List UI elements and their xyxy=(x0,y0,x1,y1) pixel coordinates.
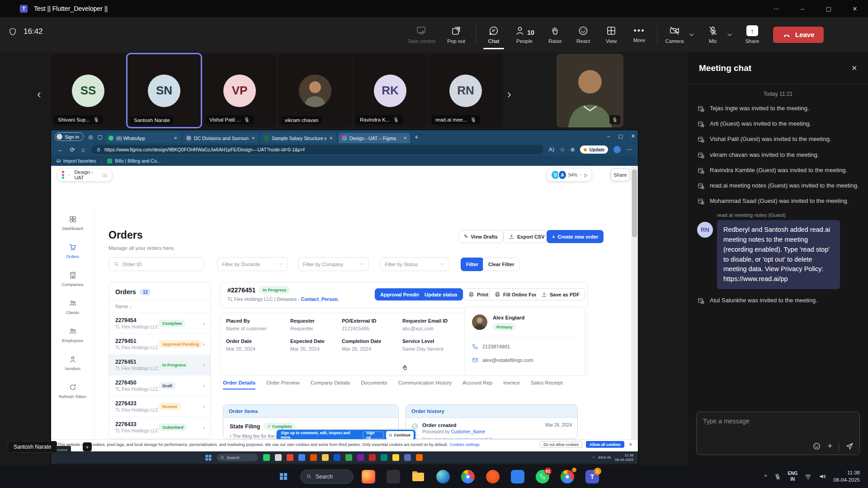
scrollbar-thumb[interactable] xyxy=(632,169,637,237)
collections-icon[interactable]: ⊕ xyxy=(570,146,575,153)
camera-options-chevron[interactable] xyxy=(688,31,695,38)
page-scrollbar[interactable] xyxy=(631,166,638,439)
order-row[interactable]: 2279454TL Flex Holdings LLC Complete › xyxy=(109,313,210,334)
start-icon[interactable] xyxy=(206,455,211,460)
taskbar-app-icon[interactable] xyxy=(322,454,329,461)
start-button[interactable] xyxy=(277,470,290,483)
contact-phone[interactable]: 2123874901 xyxy=(482,344,510,349)
browser-minimize-button[interactable]: – xyxy=(607,133,610,139)
window-close-button[interactable]: ✕ xyxy=(842,0,868,17)
tab-company-details[interactable]: Company Details xyxy=(311,380,350,389)
save-as-pdf-button[interactable]: Save as PDF xyxy=(536,288,585,300)
tab-close-icon[interactable]: ✕ xyxy=(403,136,407,141)
browser-update-button[interactable]: Update xyxy=(580,145,608,154)
order-row[interactable]: 2276433TL Flex Holdings LLC Review › xyxy=(109,396,210,417)
clear-filter-button[interactable]: Clear Filter xyxy=(483,258,519,271)
taskbar-app-icon[interactable] xyxy=(416,454,423,461)
present-icon[interactable]: ▷ xyxy=(584,173,588,178)
pop-out-button[interactable]: Pop out xyxy=(440,25,472,44)
read-aloud-icon[interactable]: A⟩ xyxy=(549,146,555,153)
browser-tab-whatsapp[interactable]: (6) WhatsApp✕ xyxy=(105,133,180,143)
tab-close-icon[interactable]: ✕ xyxy=(174,136,177,141)
figma-view-controls[interactable]: S A 94% ▷ xyxy=(547,169,591,181)
raise-hand-button[interactable]: Raise xyxy=(541,25,569,44)
self-video-tile[interactable] xyxy=(557,54,623,127)
participant-tile[interactable]: SS Shivani Sup... xyxy=(51,54,125,127)
sidebar-item-dashboard[interactable]: Dashboard xyxy=(51,209,94,237)
tab-invoice[interactable]: Invoice xyxy=(503,380,519,389)
contact-email[interactable]: alex@vstatefilings.com xyxy=(482,357,533,363)
cookie-settings-link[interactable]: Cookies settings xyxy=(450,442,480,447)
taskbar-app-icon[interactable] xyxy=(298,454,305,461)
taskbar-search[interactable]: Search xyxy=(300,469,354,484)
update-status-button[interactable]: Update status xyxy=(419,288,463,300)
browser-tab-excel[interactable]: Sample Salary Structure with calc✕ xyxy=(261,133,336,143)
order-id-search[interactable] xyxy=(108,257,204,271)
taskbar-clock[interactable]: 11:3808-04-2025 xyxy=(833,469,860,483)
taskbar-app-icon[interactable] xyxy=(357,454,364,461)
window-maximize-button[interactable]: ▢ xyxy=(816,0,842,17)
chat-close-icon[interactable]: ✕ xyxy=(851,64,857,72)
taskbar-app-icon[interactable] xyxy=(381,454,387,461)
taskbar-app-icon[interactable] xyxy=(334,454,340,461)
browser-tab-figma-active[interactable]: Design - UAT – Figma✕ xyxy=(339,133,410,143)
filter-company-select[interactable]: Filter by Company xyxy=(298,257,369,271)
new-tab-button[interactable]: + xyxy=(415,133,418,141)
tab-communication-history[interactable]: Communication History xyxy=(398,380,452,389)
tab-sales-receipt[interactable]: Sales Receipt xyxy=(531,380,563,389)
sidebar-item-companies[interactable]: Companies xyxy=(51,265,94,293)
tiles-scroll-left-icon[interactable]: ‹ xyxy=(37,87,41,101)
emoji-icon[interactable] xyxy=(812,442,821,450)
sidebar-item-refresh-token[interactable]: Refresh Token xyxy=(51,377,94,405)
tab-documents[interactable]: Documents xyxy=(361,380,387,389)
order-row[interactable]: 2276433TL Flex Holdings LLC Submitted › xyxy=(109,417,210,438)
tray-expand-icon[interactable]: ^ xyxy=(593,455,594,460)
figma-file-menu[interactable]: Design - UAT ▯▯ xyxy=(57,169,112,181)
chat-input[interactable] xyxy=(697,412,859,438)
tiles-scroll-right-icon[interactable]: › xyxy=(507,87,511,101)
order-row[interactable]: 2279451TL Flex Holdings LLC Approval Pen… xyxy=(109,334,210,355)
volume-icon[interactable] xyxy=(819,473,826,480)
browser-signin-button[interactable]: Sign in xyxy=(55,132,84,141)
chat-messages[interactable]: Today 11:21 Tejas Ingle was invited to t… xyxy=(688,84,868,407)
camera-button[interactable]: Camera xyxy=(661,25,688,44)
participant-tile[interactable]: VP Vishal Patil ... xyxy=(203,54,277,127)
mic-options-chevron[interactable] xyxy=(726,31,733,38)
taskbar-app-icon[interactable] xyxy=(345,454,352,461)
participant-tile[interactable]: RK Ravindra K... xyxy=(353,54,427,127)
taskbar-app-icon[interactable] xyxy=(404,454,411,461)
deny-cookies-button[interactable]: Do not allow cookies xyxy=(540,441,582,448)
filter-button[interactable]: Filter xyxy=(461,258,484,271)
create-new-order-button[interactable]: + Create new order xyxy=(547,230,604,243)
browser-profile-icon[interactable] xyxy=(561,470,574,483)
participant-tile[interactable]: RN read.ai mee... xyxy=(429,54,503,127)
sidebar-item-employees[interactable]: Employees xyxy=(51,321,94,349)
figma-signup-button[interactable]: Sign up xyxy=(363,432,383,439)
browser-tab-dc-divisions[interactable]: DC Divisions and Surroundings✕ xyxy=(183,133,258,143)
taskbar-app-icon[interactable] xyxy=(369,454,376,461)
tab-close-icon[interactable]: ✕ xyxy=(329,136,333,141)
more-button[interactable]: ••• More xyxy=(625,26,653,43)
cookie-close-icon[interactable]: ✕ xyxy=(629,442,632,447)
bookmark-bills[interactable]: Bills | Billing and Co... xyxy=(107,158,160,164)
chat-input-box[interactable]: + xyxy=(696,412,860,455)
taskbar-app-icon[interactable] xyxy=(263,454,270,461)
allow-cookies-button[interactable]: Allow all cookies xyxy=(586,441,624,448)
firefox-icon[interactable] xyxy=(362,470,375,483)
window-minimize-button[interactable]: – xyxy=(789,0,816,17)
wifi-icon[interactable] xyxy=(804,473,812,480)
filter-status-select[interactable]: Filter by Status xyxy=(380,257,450,271)
contact-person-link[interactable]: Contact_Person. xyxy=(301,296,339,302)
whatsapp-icon[interactable]: 81 xyxy=(536,470,549,483)
mic-button[interactable]: Mic xyxy=(700,25,726,44)
sidebar-item-clients[interactable]: Clients xyxy=(51,293,94,321)
favorite-star-icon[interactable]: ☆ xyxy=(560,146,565,153)
browser-tab-actions-icon[interactable]: ▢ xyxy=(98,134,103,140)
taskbar-app-icon[interactable] xyxy=(287,454,293,461)
people-button[interactable]: 10 People xyxy=(508,25,541,44)
figma-google-continue-button[interactable]: GContinue xyxy=(386,431,414,439)
filter-domicile-select[interactable]: Filter by Domicile xyxy=(217,257,288,271)
tab-order-details[interactable]: Order Details xyxy=(223,380,255,389)
sidebar-item-vendors[interactable]: Vendors xyxy=(51,349,94,377)
refresh-icon[interactable]: ⟳ xyxy=(70,146,75,153)
